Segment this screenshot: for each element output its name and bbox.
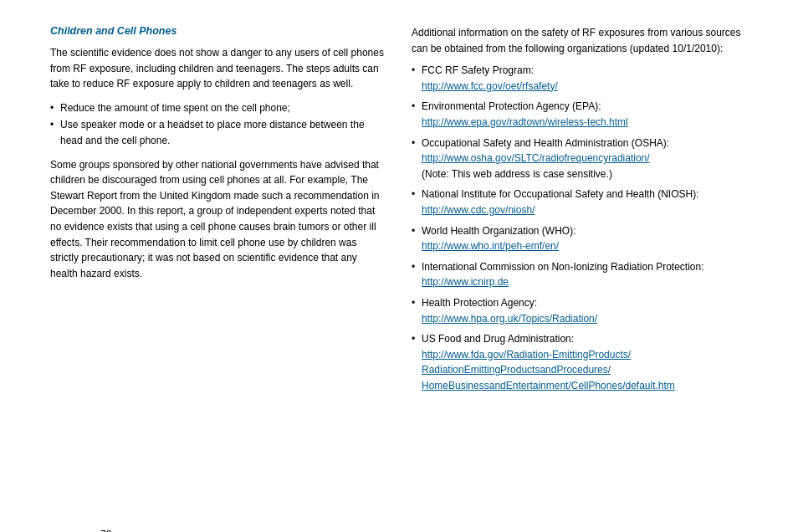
org-label: Occupational Safety and Health Administr… <box>422 137 669 149</box>
org-link[interactable]: http://www.icnirp.de <box>422 276 509 288</box>
org-label: Health Protection Agency: <box>422 297 537 309</box>
list-item: Environmental Protection Agency (EPA): h… <box>412 99 748 130</box>
page-wrapper: Children and Cell Phones The scientific … <box>50 25 748 532</box>
page-content: Children and Cell Phones The scientific … <box>50 25 748 477</box>
org-list: FCC RF Safety Program: http://www.fcc.go… <box>412 63 748 393</box>
bullet-list: Reduce the amount of time spent on the c… <box>50 100 386 149</box>
org-link[interactable]: http://www.who.int/peh-emf/en/ <box>422 240 559 252</box>
list-item: FCC RF Safety Program: http://www.fcc.go… <box>412 63 748 94</box>
list-item: Reduce the amount of time spent on the c… <box>50 100 386 116</box>
org-link[interactable]: http://www.fcc.gov/oet/rfsafety/ <box>422 80 558 92</box>
org-link[interactable]: http://www.epa.gov/radtown/wireless-tech… <box>422 116 628 128</box>
org-link[interactable]: http://www.osha.gov/SLTC/radiofrequencyr… <box>422 152 650 164</box>
org-link[interactable]: http://www.hpa.org.uk/Topics/Radiation/ <box>422 313 597 325</box>
org-label: US Food and Drug Administration: <box>422 333 574 345</box>
org-label: International Commission on Non-Ionizing… <box>422 261 704 273</box>
org-label: World Health Organization (WHO): <box>422 225 576 237</box>
intro-text: Additional information on the safety of … <box>412 25 748 56</box>
list-item: Use speaker mode or a headset to place m… <box>50 117 386 148</box>
list-item: National Institute for Occupational Safe… <box>412 187 748 217</box>
org-link-multi[interactable]: http://www.fda.gov/Radiation-EmittingPro… <box>422 349 675 391</box>
list-item: International Commission on Non-Ionizing… <box>412 259 748 290</box>
section-title: Children and Cell Phones <box>50 25 386 37</box>
org-note: (Note: This web address is case sensitiv… <box>422 168 612 180</box>
right-column: Additional information on the safety of … <box>412 25 748 477</box>
list-item: Occupational Safety and Health Administr… <box>412 136 748 182</box>
list-item: World Health Organization (WHO): http://… <box>412 223 748 254</box>
org-label: FCC RF Safety Program: <box>422 64 534 76</box>
left-paragraph-2: Some groups sponsored by other national … <box>50 157 386 282</box>
org-label: Environmental Protection Agency (EPA): <box>422 100 601 112</box>
page-number: 79 <box>100 529 111 532</box>
list-item: US Food and Drug Administration: http://… <box>412 331 748 393</box>
org-link[interactable]: http://www.cdc.gov/niosh/ <box>422 204 535 216</box>
left-paragraph-1: The scientific evidence does not show a … <box>50 45 386 92</box>
list-item: Health Protection Agency: http://www.hpa… <box>412 295 748 326</box>
org-label: National Institute for Occupational Safe… <box>422 188 699 200</box>
left-column: Children and Cell Phones The scientific … <box>50 25 386 477</box>
